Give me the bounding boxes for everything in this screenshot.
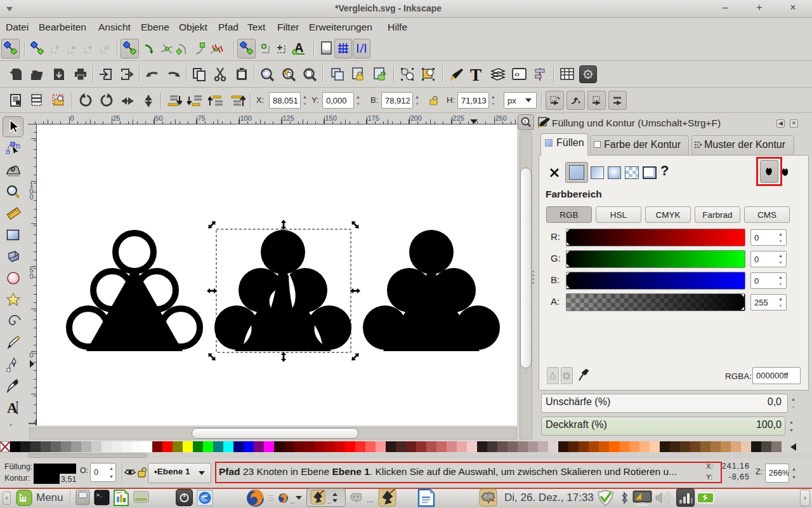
svg-text:1: 1: [524, 119, 527, 124]
svg-text:>_: >_: [96, 492, 103, 498]
svg-text:‹›: ‹›: [514, 70, 520, 79]
